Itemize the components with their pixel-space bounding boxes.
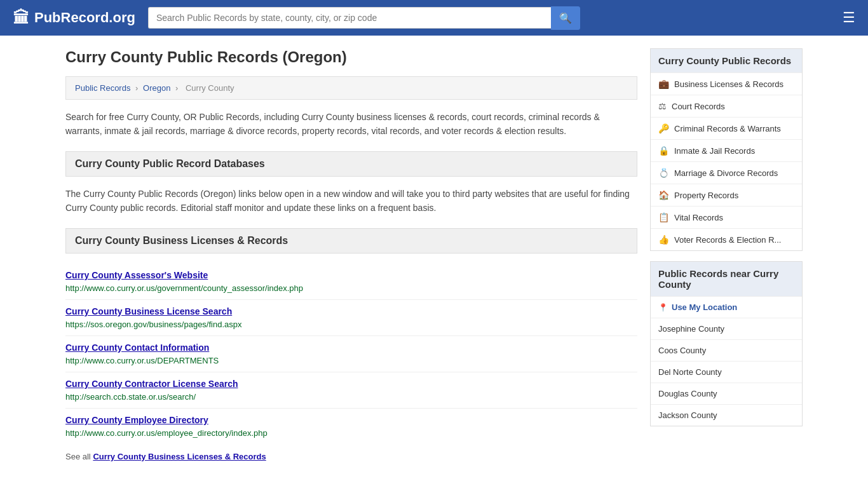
nearby-coos[interactable]: Coos County bbox=[651, 339, 802, 361]
sidebar-item-vital[interactable]: 📋 Vital Records bbox=[651, 206, 802, 228]
main-container: Curry County Public Records (Oregon) Pub… bbox=[53, 36, 815, 474]
record-url-2[interactable]: http://www.co.curry.or.us/DEPARTMENTS bbox=[65, 356, 219, 365]
criminal-icon: 🔑 bbox=[658, 123, 669, 133]
search-button[interactable]: 🔍 bbox=[551, 6, 580, 30]
sidebar-item-label: Court Records bbox=[672, 102, 725, 111]
sidebar-item-label: Criminal Records & Warrants bbox=[674, 124, 781, 133]
menu-button[interactable]: ☰ bbox=[843, 10, 855, 26]
nearby-list: 📍 Use My Location Josephine County Coos … bbox=[651, 296, 802, 426]
sidebar-item-business[interactable]: 💼 Business Licenses & Records bbox=[651, 72, 802, 95]
database-description: The Curry County Public Records (Oregon)… bbox=[65, 187, 637, 215]
sidebar: Curry County Public Records 💼 Business L… bbox=[650, 48, 803, 461]
record-title-3[interactable]: Curry County Contractor License Search bbox=[65, 379, 637, 389]
location-icon: 📍 bbox=[658, 303, 668, 312]
record-item: Curry County Assessor's Website http://w… bbox=[65, 264, 637, 300]
record-item: Curry County Contact Information http://… bbox=[65, 336, 637, 372]
logo-text: PubRecord.org bbox=[34, 10, 135, 26]
breadcrumb-county: Curry County bbox=[186, 83, 234, 93]
business-icon: 💼 bbox=[658, 79, 669, 89]
sidebar-item-marriage[interactable]: 💍 Marriage & Divorce Records bbox=[651, 161, 802, 184]
inmate-icon: 🔒 bbox=[658, 146, 669, 156]
see-all-text: See all bbox=[65, 452, 93, 461]
record-url-0[interactable]: http://www.co.curry.or.us/government/cou… bbox=[65, 283, 303, 293]
nearby-item-label: Use My Location bbox=[672, 302, 737, 312]
nearby-del-norte[interactable]: Del Norte County bbox=[651, 361, 802, 383]
breadcrumb: Public Records › Oregon › Curry County bbox=[65, 76, 637, 100]
property-icon: 🏠 bbox=[658, 190, 669, 200]
logo[interactable]: 🏛 PubRecord.org bbox=[13, 8, 135, 28]
record-title-1[interactable]: Curry County Business License Search bbox=[65, 306, 637, 316]
sidebar-item-voter[interactable]: 👍 Voter Records & Election R... bbox=[651, 228, 802, 250]
search-input[interactable] bbox=[148, 7, 551, 29]
court-icon: ⚖ bbox=[658, 101, 667, 111]
record-item: Curry County Employee Directory http://w… bbox=[65, 409, 637, 444]
see-all-link[interactable]: Curry County Business Licenses & Records bbox=[93, 452, 266, 461]
business-section-header: Curry County Business Licenses & Records bbox=[65, 228, 637, 254]
sidebar-item-property[interactable]: 🏠 Property Records bbox=[651, 184, 802, 206]
sidebar-main-section: Curry County Public Records 💼 Business L… bbox=[650, 48, 803, 251]
menu-icon: ☰ bbox=[843, 10, 855, 25]
vital-icon: 📋 bbox=[658, 212, 669, 222]
sidebar-item-inmate[interactable]: 🔒 Inmate & Jail Records bbox=[651, 139, 802, 161]
breadcrumb-oregon[interactable]: Oregon bbox=[143, 83, 170, 93]
nearby-jackson[interactable]: Jackson County bbox=[651, 404, 802, 426]
record-url-3[interactable]: http://search.ccb.state.or.us/search/ bbox=[65, 392, 196, 402]
breadcrumb-public-records[interactable]: Public Records bbox=[75, 83, 130, 93]
sidebar-categories-list: 💼 Business Licenses & Records ⚖ Court Re… bbox=[651, 72, 802, 250]
see-all: See all Curry County Business Licenses &… bbox=[65, 452, 637, 461]
database-section-header: Curry County Public Record Databases bbox=[65, 151, 637, 177]
main-content: Curry County Public Records (Oregon) Pub… bbox=[65, 48, 637, 461]
sidebar-item-label: Vital Records bbox=[674, 213, 723, 222]
page-title: Curry County Public Records (Oregon) bbox=[65, 48, 637, 66]
sidebar-item-label: Property Records bbox=[674, 191, 738, 200]
sidebar-main-title: Curry County Public Records bbox=[651, 49, 802, 72]
record-item: Curry County Business License Search htt… bbox=[65, 300, 637, 336]
marriage-icon: 💍 bbox=[658, 168, 669, 178]
header: 🏛 PubRecord.org 🔍 ☰ bbox=[0, 0, 868, 36]
sidebar-nearby-title: Public Records near Curry County bbox=[651, 262, 802, 296]
sidebar-item-criminal[interactable]: 🔑 Criminal Records & Warrants bbox=[651, 117, 802, 139]
record-url-4[interactable]: http://www.co.curry.or.us/employee_direc… bbox=[65, 428, 268, 438]
sidebar-item-label: Inmate & Jail Records bbox=[674, 146, 755, 156]
logo-icon: 🏛 bbox=[13, 8, 29, 28]
record-title-2[interactable]: Curry County Contact Information bbox=[65, 342, 637, 353]
nearby-josephine[interactable]: Josephine County bbox=[651, 318, 802, 339]
records-list: Curry County Assessor's Website http://w… bbox=[65, 264, 637, 444]
nearby-douglas[interactable]: Douglas County bbox=[651, 383, 802, 404]
breadcrumb-sep2: › bbox=[175, 83, 180, 93]
record-url-1[interactable]: https://sos.oregon.gov/business/pages/fi… bbox=[65, 320, 242, 329]
record-title-0[interactable]: Curry County Assessor's Website bbox=[65, 270, 637, 280]
voter-icon: 👍 bbox=[658, 234, 669, 245]
sidebar-item-label: Voter Records & Election R... bbox=[674, 235, 781, 245]
search-icon: 🔍 bbox=[559, 13, 572, 24]
nearby-use-location[interactable]: 📍 Use My Location bbox=[651, 296, 802, 318]
record-title-4[interactable]: Curry County Employee Directory bbox=[65, 415, 637, 425]
search-bar: 🔍 bbox=[148, 6, 580, 30]
sidebar-item-court[interactable]: ⚖ Court Records bbox=[651, 95, 802, 117]
breadcrumb-sep1: › bbox=[135, 83, 140, 93]
page-description: Search for free Curry County, OR Public … bbox=[65, 110, 637, 139]
sidebar-nearby-section: Public Records near Curry County 📍 Use M… bbox=[650, 261, 803, 426]
record-item: Curry County Contractor License Search h… bbox=[65, 372, 637, 409]
sidebar-item-label: Marriage & Divorce Records bbox=[674, 168, 778, 178]
sidebar-item-label: Business Licenses & Records bbox=[674, 79, 783, 89]
